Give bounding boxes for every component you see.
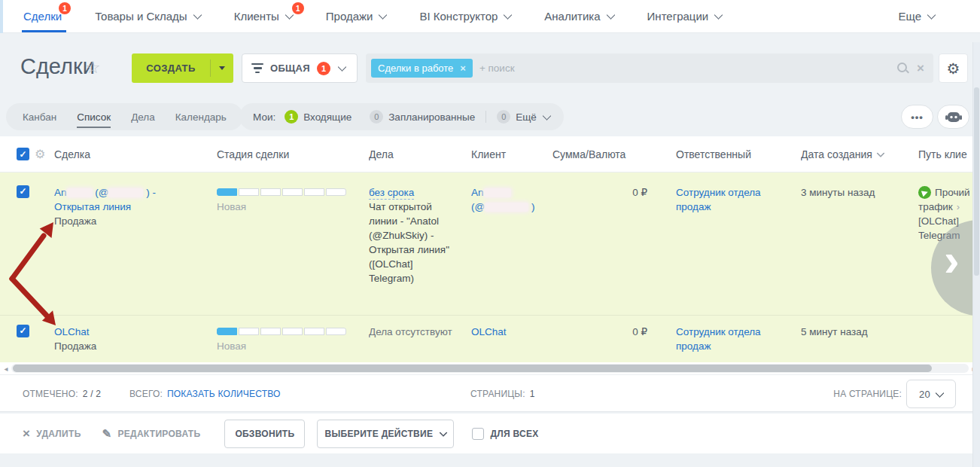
search-clear-icon[interactable]: × <box>917 62 924 75</box>
counter-planned[interactable]: 0 Запланированные <box>370 110 475 124</box>
checkbox-unchecked[interactable] <box>472 428 484 440</box>
nav-item-label: Еще <box>898 10 921 23</box>
tab-kanban[interactable]: Канбан <box>23 111 56 123</box>
column-header-amount[interactable]: Сумма/Валюта <box>552 148 676 160</box>
redacted-text <box>67 188 93 197</box>
delete-x-icon: × <box>23 427 30 440</box>
counter-badge-gray: 0 <box>497 110 510 124</box>
create-dropdown-toggle[interactable] <box>211 66 233 70</box>
column-header-activities[interactable]: Дела <box>369 148 471 160</box>
nav-item-sales[interactable]: Продажи <box>326 0 387 32</box>
tab-list[interactable]: Список <box>77 111 111 123</box>
activity-deadline-link[interactable]: без срока <box>369 186 414 200</box>
client-link[interactable]: An (@ ) <box>471 187 534 212</box>
counters-prefix: Мои: <box>253 111 275 123</box>
responsible-link[interactable]: Сотрудник отдела продаж <box>676 187 761 212</box>
filter-button[interactable]: ОБЩАЯ 1 <box>242 53 358 83</box>
activity-text: Чат открытой линии - "Anatol (@ZhukSkiy)… <box>369 200 471 285</box>
client-link[interactable]: OLChat <box>471 326 507 337</box>
check-icon: ✓ <box>19 324 26 338</box>
call-button[interactable]: ОБЗВОНИТЬ <box>224 420 305 448</box>
chevron-down-icon <box>193 11 202 20</box>
responsible-link[interactable]: Сотрудник отдела продаж <box>676 326 761 352</box>
telegram-source-icon <box>918 186 931 199</box>
favorite-star-icon[interactable]: ☆ <box>85 57 101 78</box>
search-filter-tag[interactable]: Сделки в работе × <box>371 59 473 78</box>
table-footer: ОТМЕЧЕНО: 2 / 2 ВСЕГО: ПОКАЗАТЬ КОЛИЧЕСТ… <box>0 374 980 412</box>
nav-item-products[interactable]: Товары и Склады <box>95 0 201 32</box>
per-page-select[interactable]: 20 <box>906 380 956 408</box>
redacted-text <box>484 188 511 197</box>
vertical-scrollbar[interactable] <box>972 42 980 467</box>
total-counter: ВСЕГО: ПОКАЗАТЬ КОЛИЧЕСТВО <box>129 375 281 413</box>
path-separator: › <box>957 200 960 214</box>
counter-more[interactable]: 0 Ещё <box>497 110 550 124</box>
column-header-client[interactable]: Клиент <box>471 148 552 160</box>
pencil-icon: ✎ <box>102 427 112 441</box>
column-header-client-path[interactable]: Путь клие <box>918 148 980 160</box>
deal-type: Продажа <box>54 339 217 353</box>
stage-label: Новая <box>217 200 369 214</box>
nav-item-bi-constructor[interactable]: BI Конструктор <box>419 0 511 32</box>
row-checkbox[interactable]: ✓ <box>17 325 29 337</box>
crm-bot-button[interactable] <box>937 105 969 129</box>
client-cell: OLChat <box>471 316 552 362</box>
chevron-down-icon <box>503 11 513 20</box>
scrollbar-track[interactable] <box>11 364 969 373</box>
nav-item-integrations[interactable]: Интеграции <box>647 0 723 32</box>
search-icon[interactable] <box>896 62 909 75</box>
amount-cell: 0 ₽ <box>552 316 676 362</box>
counter-incoming[interactable]: 1 Входящие <box>285 110 352 124</box>
check-icon: ✓ <box>19 185 26 199</box>
scroll-left-icon[interactable]: ◂ <box>2 365 10 373</box>
chevron-down-icon <box>927 11 936 20</box>
nav-item-deals[interactable]: Сделки 1 <box>23 0 62 32</box>
chevron-down-icon <box>606 11 616 20</box>
column-header-responsible[interactable]: Ответственный <box>676 148 801 160</box>
column-header-stage[interactable]: Стадия сделки <box>217 148 369 160</box>
counter-badge-green: 1 <box>285 110 298 124</box>
counters-panel: Мои: 1 Входящие 0 Запланированные 0 Ещё <box>239 103 564 130</box>
chevron-down-icon <box>542 111 552 121</box>
show-count-link[interactable]: ПОКАЗАТЬ КОЛИЧЕСТВО <box>167 389 281 399</box>
search-input[interactable]: Сделки в работе × + поиск × <box>366 53 933 83</box>
column-header-deal[interactable]: Сделка <box>54 148 217 160</box>
responsible-cell: Сотрудник отдела продаж <box>676 316 801 362</box>
nav-item-clients[interactable]: Клиенты 1 <box>234 0 293 32</box>
chevron-down-icon <box>714 11 723 20</box>
for-all-checkbox[interactable]: ДЛЯ ВСЕХ <box>472 428 538 440</box>
created-cell: 3 минуты назад <box>801 172 918 315</box>
nav-item-label: Товары и Склады <box>95 10 187 23</box>
tab-calendar[interactable]: Календарь <box>175 111 227 123</box>
client-path-cell <box>918 316 980 362</box>
grid-settings-button[interactable]: ⚙ <box>939 53 968 83</box>
select-all-checkbox[interactable]: ✓ <box>17 148 29 160</box>
nav-item-label: Аналитика <box>544 10 600 23</box>
tag-close-icon[interactable]: × <box>460 63 466 74</box>
scrollbar-thumb[interactable] <box>13 365 932 372</box>
stage-bar[interactable] <box>217 328 346 335</box>
scrollbar-thumb[interactable] <box>974 87 979 276</box>
deal-name-link[interactable]: An (@ ) - Открытая линия <box>54 187 156 212</box>
deal-name-cell: An (@ ) - Открытая линия Продажа <box>54 172 217 315</box>
notification-badge: 1 <box>59 2 71 14</box>
columns-gear-icon[interactable]: ⚙ <box>35 148 45 160</box>
table-row: ✓ An (@ ) - Открытая линия Продажа Новая… <box>0 172 980 315</box>
more-options-button[interactable]: ••• <box>901 105 933 129</box>
stage-bar[interactable] <box>217 188 346 196</box>
nav-item-analytics[interactable]: Аналитика <box>544 0 613 32</box>
deals-table: ✓ ⚙ Сделка Стадия сделки Дела Клиент Сум… <box>0 136 980 374</box>
create-button[interactable]: СОЗДАТЬ <box>132 53 233 83</box>
row-checkbox[interactable]: ✓ <box>17 185 29 198</box>
tab-activities[interactable]: Дела <box>131 111 155 123</box>
edit-button[interactable]: ✎ РЕДАКТИРОВАТЬ <box>102 427 201 441</box>
deal-name-link[interactable]: OLChat <box>54 326 90 337</box>
nav-item-label: BI Конструктор <box>419 10 498 23</box>
nav-item-more[interactable]: Еще <box>898 0 935 32</box>
delete-button[interactable]: × УДАЛИТЬ <box>23 427 81 440</box>
top-navigation: Сделки 1 Товары и Склады Клиенты 1 Прода… <box>0 0 980 33</box>
choose-action-button[interactable]: ВЫБЕРИТЕ ДЕЙСТВИЕ <box>317 420 454 448</box>
filter-label: ОБЩАЯ <box>270 63 310 74</box>
column-header-created[interactable]: Дата создания <box>801 148 918 160</box>
activity-cell: Дела отсутствуют <box>369 316 471 362</box>
